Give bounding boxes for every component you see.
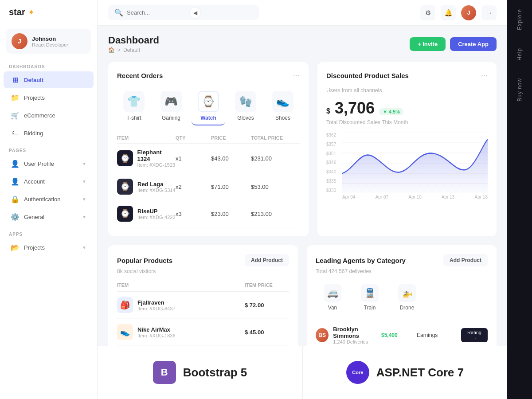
- sidebar-item-default[interactable]: ⊞ Default: [4, 71, 94, 88]
- sales-currency: $: [326, 107, 330, 115]
- aspnet-icon: Core: [346, 361, 369, 384]
- sales-subtitle: Users from all channels: [326, 87, 488, 94]
- user-name: Johnson: [32, 35, 68, 42]
- agent-avatar: BS: [316, 328, 329, 342]
- recent-orders-card: Recent Orders ··· 👕 T-shirt 🎮 Gaming ⌚: [108, 62, 309, 236]
- sidebar-item-bidding[interactable]: 🏷 Bidding: [4, 125, 94, 141]
- settings-icon: ⚙: [425, 9, 431, 17]
- category-tabs: 👕 T-shirt 🎮 Gaming ⌚ Watch 🧤 Gloves: [117, 87, 300, 125]
- tab-train-label: Train: [364, 305, 376, 311]
- explore-button[interactable]: Explore: [512, 0, 527, 39]
- product-id: Item: #XDG-1836: [137, 333, 176, 338]
- sidebar-item-projects-app[interactable]: 📂 Projects ▼: [4, 239, 94, 256]
- item-name: Elephant 1324: [137, 149, 176, 162]
- tab-watch[interactable]: ⌚ Watch: [192, 87, 225, 125]
- tab-train[interactable]: 🚆 Train: [353, 281, 387, 314]
- more-options-button[interactable]: ···: [481, 71, 488, 80]
- tab-shoes[interactable]: 👟 Shoes: [266, 87, 300, 125]
- product-price: $ 72.00: [245, 302, 289, 309]
- topbar-avatar[interactable]: J: [461, 5, 476, 20]
- chart-x-labels: Apr 04 Apr 07 Apr 10 Apr 13 Apr 18: [342, 195, 488, 200]
- sidebar-item-label: General: [24, 214, 44, 220]
- lock-icon: 🔒: [11, 195, 20, 203]
- table-row: ⌚ Red Laga Item: #XDG-5314 x2 $71.00 $53…: [117, 173, 300, 200]
- topbar-arrow-button[interactable]: →: [481, 5, 497, 20]
- logo-star-icon: ✦: [28, 8, 35, 17]
- item-price: $71.00: [211, 184, 251, 190]
- chart-y-label: $335: [326, 179, 336, 184]
- product-id: Item: #XDG-6437: [137, 306, 176, 311]
- user-role: React Developer: [32, 42, 68, 47]
- tab-gaming-label: Gaming: [162, 115, 180, 121]
- sidebar-item-projects[interactable]: 📁 Projects: [4, 89, 94, 106]
- sidebar-item-authentication[interactable]: 🔒 Authentication ▼: [4, 191, 94, 207]
- breadcrumb-sep: >: [117, 47, 121, 53]
- main-grid: Recent Orders ··· 👕 T-shirt 🎮 Gaming ⌚: [108, 62, 497, 236]
- tab-watch-label: Watch: [200, 115, 216, 121]
- agent-earnings: $5,400: [381, 332, 417, 338]
- page-title-wrap: Dashboard 🏠 > Default: [108, 35, 159, 53]
- section-pages: PAGES: [0, 145, 97, 155]
- sales-chart: $362 $357 $351 $346 $340 $335 $330: [326, 133, 488, 203]
- chart-x-label: Apr 07: [376, 195, 388, 200]
- rating-button[interactable]: Rating →: [461, 328, 488, 342]
- popular-products-subtitle: 8k social visitors: [117, 268, 289, 274]
- user-icon: 👤: [11, 159, 20, 168]
- sidebar-collapse-button[interactable]: ◀: [189, 7, 201, 19]
- breadcrumb: 🏠 > Default: [108, 47, 159, 53]
- avatar: J: [12, 33, 27, 49]
- bell-icon: 🔔: [444, 9, 453, 17]
- chart-y-label: $340: [326, 169, 336, 174]
- topbar: 🔍 ⚙ 🔔 J →: [98, 0, 507, 26]
- tab-van[interactable]: 🚐 Van: [316, 281, 349, 314]
- header-actions: + Invite Create App: [410, 37, 497, 51]
- item-id: Item: #XDG-1523: [137, 162, 176, 168]
- sidebar-user-card[interactable]: J Johnson React Developer: [6, 29, 91, 54]
- sales-label: Total Discounted Sales This Month: [326, 119, 488, 125]
- order-item-info: ⌚ Elephant 1324 Item: #XDG-1523: [117, 149, 176, 168]
- table-row: ⌚ Elephant 1324 Item: #XDG-1523 x1 $43.0…: [117, 144, 300, 173]
- chevron-down-icon: ▼: [82, 215, 86, 219]
- create-app-button[interactable]: Create App: [450, 37, 497, 51]
- topbar-settings-button[interactable]: ⚙: [420, 5, 435, 20]
- account-icon: 👤: [11, 177, 20, 186]
- invite-button[interactable]: + Invite: [410, 37, 446, 51]
- list-item: 🎒 Fjallraven Item: #XDG-6437 $ 72.00: [117, 292, 289, 319]
- help-button[interactable]: Help: [512, 39, 527, 70]
- drone-icon: 🚁: [398, 284, 416, 302]
- product-name: Nike AirMax: [137, 326, 176, 333]
- folder-icon: 📁: [11, 93, 20, 102]
- tab-drone[interactable]: 🚁 Drone: [390, 281, 424, 314]
- sidebar-item-account[interactable]: 👤 Account ▼: [4, 173, 94, 190]
- search-wrap[interactable]: 🔍: [108, 5, 259, 20]
- chevron-down-icon: ▼: [82, 245, 86, 250]
- orders-table: ITEM QTY PRICE TOTAL PRICE ⌚ Elephant 13…: [117, 133, 300, 227]
- agent-deliveries: 1,240 Deliveries: [333, 339, 381, 344]
- arrow-right-icon: →: [486, 9, 493, 16]
- add-product-button[interactable]: Add Product: [245, 254, 289, 266]
- sidebar: star ✦ J Johnson React Developer DASHBOA…: [0, 0, 98, 399]
- sidebar-item-user-profile[interactable]: 👤 User Profile ▼: [4, 155, 94, 172]
- sidebar-item-general[interactable]: ⚙️ General ▼: [4, 208, 94, 225]
- train-icon: 🚆: [361, 284, 379, 302]
- topbar-notification-button[interactable]: 🔔: [441, 5, 456, 20]
- tab-tshirt[interactable]: 👕 T-shirt: [117, 87, 151, 125]
- recent-orders-header: Recent Orders ···: [117, 71, 300, 80]
- tab-gloves[interactable]: 🧤 Gloves: [229, 87, 262, 125]
- tab-gaming[interactable]: 🎮 Gaming: [154, 87, 188, 125]
- search-icon: 🔍: [114, 8, 123, 17]
- sidebar-item-ecommerce[interactable]: 🛒 eCommerce: [4, 107, 94, 124]
- sales-badge: ▼ 4.5%: [379, 108, 403, 115]
- item-id: Item: #XDG-4222: [137, 215, 176, 220]
- item-total: $231.00: [251, 155, 300, 162]
- buy-now-button[interactable]: Buy now: [512, 69, 527, 110]
- add-product-agents-button[interactable]: Add Product: [443, 254, 488, 266]
- more-options-button[interactable]: ···: [293, 71, 300, 80]
- orders-table-header: ITEM QTY PRICE TOTAL PRICE: [117, 133, 300, 144]
- gloves-icon: 🧤: [235, 91, 256, 112]
- col-item: ITEM: [117, 135, 176, 141]
- chart-area: [342, 133, 488, 193]
- tshirt-icon: 👕: [123, 91, 145, 112]
- main-content: ◀ 🔍 ⚙ 🔔 J → Dashboard 🏠: [98, 0, 507, 399]
- section-apps: APPS: [0, 229, 97, 239]
